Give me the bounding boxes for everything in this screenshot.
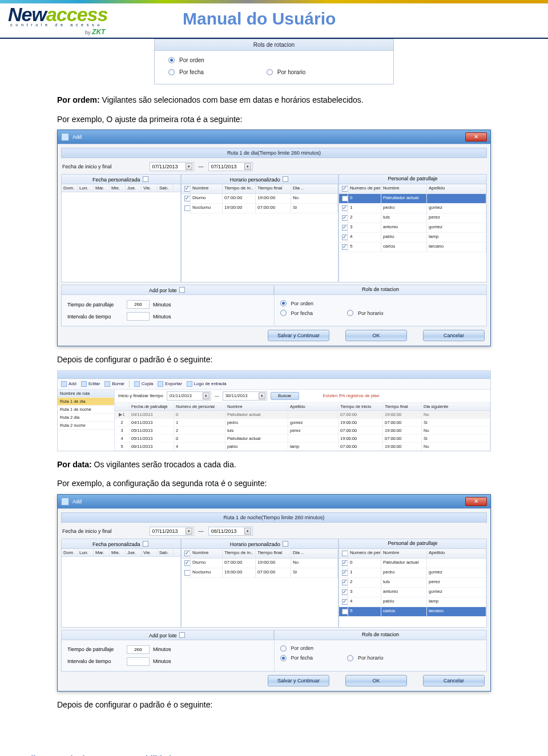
personal-row[interactable]: 2luisperez — [339, 213, 486, 223]
listing-row[interactable]: ▶104/11/20130Patrullador actual07:00:001… — [115, 411, 490, 419]
chevron-down-icon: ▾ — [244, 528, 251, 535]
radio-por-orden[interactable]: Por orden — [168, 57, 204, 63]
personal-row[interactable]: 2luisperez — [339, 578, 486, 588]
search-row: Inicio y finalizar tiempo 01/11/2013▾ — … — [115, 390, 490, 403]
rols-row-1: Por orden — [160, 54, 388, 66]
text-depois1: Depois de configurar o padrão é o seguin… — [57, 354, 491, 366]
search-date-end[interactable]: 30/11/2013▾ — [223, 391, 267, 401]
col-horario-personalizado: Horario personalizado — [181, 539, 339, 549]
personal-row[interactable]: 3antoniogomez — [339, 223, 486, 233]
radio-por-fecha[interactable]: Por fecha — [280, 655, 313, 661]
tb-exportar[interactable]: Exportar — [158, 381, 182, 387]
tb-borrar[interactable]: Borrar — [104, 381, 124, 387]
listing-row[interactable]: 405/11/20130Patrullador actual19:00:0007… — [115, 435, 490, 443]
radio-icon — [280, 655, 287, 661]
tb-editar[interactable]: Editar — [81, 381, 100, 387]
fecha-label: Fecha de inicio y final — [62, 164, 112, 169]
input-tiempo-patrullaje[interactable]: 260 — [127, 300, 150, 309]
radio-icon — [280, 300, 287, 306]
radio-icon — [280, 645, 287, 652]
checkbox[interactable] — [179, 287, 185, 293]
radio-por-orden[interactable]: Por orden — [280, 645, 314, 652]
checkbox[interactable] — [179, 632, 185, 638]
search-date-start[interactable]: 01/11/2013▾ — [167, 391, 211, 401]
fecha-row: Fecha de inicio y final 07/11/2013▾ — 08… — [58, 525, 490, 537]
date-end[interactable]: 07/11/2013▾ — [208, 162, 253, 171]
col-personal: Personal de patrullaje — [339, 539, 487, 549]
rols-title: Rols de rotacion — [155, 39, 393, 51]
chevron-down-icon: ▾ — [244, 163, 251, 170]
chevron-down-icon: ▾ — [203, 393, 209, 399]
sidebar-item[interactable]: Ruta 1 de noche — [58, 406, 114, 414]
listing-row[interactable]: 204/11/20131pedrogomez19:00:0007:00:00Si — [115, 419, 490, 427]
listing-row[interactable]: 305/11/20132luisperez07:00:0019:00:00No — [115, 427, 490, 435]
dialog-title: Add — [72, 134, 82, 140]
fecha-row: Fecha de inicio y final 07/11/2013▾ — 07… — [58, 160, 490, 173]
personal-row[interactable]: 4pablolamp — [339, 233, 486, 242]
footer-text: Newello - Tecnologia com responsabilidad… — [10, 754, 538, 756]
sidebar-item[interactable]: Ruta 2 dia — [58, 414, 114, 422]
checkbox[interactable] — [283, 541, 288, 547]
listing-row[interactable]: 506/11/20134pablolamp07:00:0019:00:00No — [115, 443, 490, 451]
date-start[interactable]: 07/11/2013▾ — [150, 527, 194, 536]
input-intervalo[interactable] — [127, 312, 150, 321]
tb-copia[interactable]: Copia — [134, 381, 153, 387]
sidebar-item[interactable]: Ruta 1 de dia — [58, 398, 114, 406]
page-content: Rols de rotacion Por orden Por fecha Por… — [0, 39, 548, 738]
personal-row[interactable]: 1pedrogomez — [339, 204, 486, 213]
personal-row[interactable]: 3antoniogomez — [339, 588, 486, 597]
dialog-titlebar[interactable]: Add ✕ — [58, 130, 490, 144]
radio-por-orden[interactable]: Por orden — [280, 300, 314, 306]
radio-icon — [347, 310, 353, 316]
radio-por-horario[interactable]: Por horario — [347, 655, 384, 661]
col-personal: Personal de patrullaje — [339, 174, 487, 184]
radio-por-horario[interactable]: Por horario — [267, 69, 305, 75]
close-button[interactable]: ✕ — [465, 132, 487, 142]
ok-button[interactable]: OK — [345, 675, 407, 686]
personal-row[interactable]: 0Patrullador actual — [339, 559, 486, 568]
text-por-ordem: Por ordem: Vigilantes são selecionados c… — [57, 95, 491, 106]
buscar-button[interactable]: Buscar — [271, 392, 299, 400]
pane-rols-opts: Por orden Por fecha Por horario — [274, 295, 487, 326]
radio-por-fecha[interactable]: Por fecha — [280, 310, 313, 316]
input-intervalo[interactable] — [127, 657, 150, 666]
listing-panel: Add Editar Borrar Copia Exportar Logo de… — [57, 370, 491, 451]
text-por-data: Por data: Os vigilantes serão trocados a… — [57, 459, 491, 471]
logo-subtitle: controle de acesso — [10, 22, 107, 27]
tb-add[interactable]: Add — [61, 381, 76, 387]
checkbox[interactable] — [143, 541, 148, 547]
personal-row[interactable]: 0Patrullador actual — [339, 194, 486, 204]
sidebar-item[interactable]: Ruta 2 noche — [58, 422, 114, 430]
cancel-button[interactable]: Cancelar — [423, 330, 485, 341]
personal-row[interactable]: 4pablolamp — [339, 597, 486, 607]
radio-por-fecha[interactable]: Por fecha — [168, 69, 204, 75]
personal-row[interactable]: 5carloslarcano — [339, 242, 486, 252]
dialog-titlebar[interactable]: Add ✕ — [58, 495, 490, 508]
personal-row[interactable]: 5carloslarcano — [339, 607, 486, 617]
ok-button[interactable]: OK — [345, 330, 407, 341]
col-fecha-personalizada: Fecha personalizada — [61, 539, 181, 549]
save-continue-button[interactable]: Salvar y Continuar — [268, 675, 329, 686]
text-exemplo1: Por exemplo, O ajuste da primeira rota é… — [57, 114, 491, 126]
cancel-button[interactable]: Cancelar — [423, 675, 485, 686]
radio-por-horario[interactable]: Por horario — [347, 310, 384, 316]
label-intervalo: Intervalo de tiempo — [67, 314, 123, 320]
radio-label: Por fecha — [179, 69, 204, 75]
personal-row[interactable]: 1pedrogomez — [339, 568, 486, 578]
dialog-add-2: Add ✕ Ruta 1 de noche(Tiempo limite 260 … — [57, 494, 491, 692]
radio-label: Por horario — [277, 69, 305, 75]
tri-headers: Fecha personalizada Horario personalizad… — [61, 174, 487, 184]
date-end[interactable]: 08/11/2013▾ — [208, 527, 253, 536]
close-button[interactable]: ✕ — [465, 497, 487, 506]
date-start[interactable]: 07/11/2013▾ — [150, 162, 194, 171]
checkbox[interactable] — [283, 176, 288, 182]
pane-personal: Numero de personalNombreApellido 0Patrul… — [339, 549, 487, 628]
input-tiempo-patrullaje[interactable]: 260 — [127, 645, 150, 654]
tb-logo[interactable]: Logo de entrada — [187, 381, 227, 387]
checkbox[interactable] — [143, 176, 148, 182]
page-header: Newaccess controle de acesso by ZKT Manu… — [0, 0, 548, 39]
side-header: Nombre de ruta — [58, 390, 114, 398]
warning-text: Existen 5% registros de plan — [323, 393, 380, 398]
save-continue-button[interactable]: Salvar y Continuar — [268, 330, 329, 341]
chevron-down-icon: ▾ — [186, 163, 192, 170]
